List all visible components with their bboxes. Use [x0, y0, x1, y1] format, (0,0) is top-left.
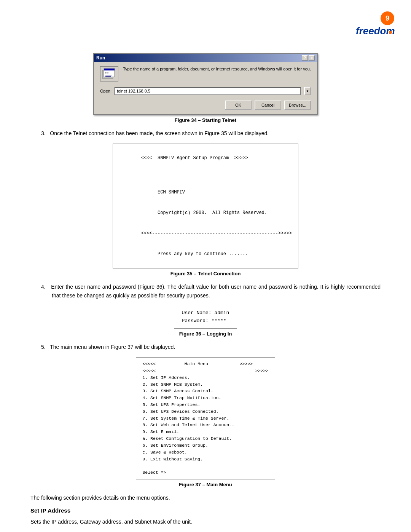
figure34-container: Run ? × File	[30, 53, 381, 123]
step4-text: 4. Enter the user name and password (Fig…	[41, 283, 381, 300]
close-button[interactable]: ×	[309, 55, 315, 61]
terminal-line-4: <<<<------------------------------------…	[141, 231, 292, 236]
svg-rect-10	[105, 76, 111, 77]
figure36-container: User Name: admin Password: ***** Figure …	[30, 306, 381, 337]
step3-content: Once the Telnet connection has been made…	[50, 130, 269, 136]
content: Run ? × File	[30, 53, 381, 532]
dialog-description: Type the name of a program, folder, docu…	[123, 66, 311, 72]
step3-text: 3. Once the Telnet connection has been m…	[41, 129, 381, 137]
dialog-body: File Type the name of a program, folder,…	[94, 62, 317, 114]
cancel-button[interactable]: Cancel	[255, 101, 281, 110]
dialog-open-row: Open: ▼	[100, 87, 311, 95]
run-program-icon: File	[102, 67, 117, 81]
following-section-text: The following section provides details o…	[30, 494, 381, 502]
svg-text:9: 9	[386, 14, 389, 22]
dropdown-arrow[interactable]: ▼	[304, 87, 311, 95]
dialog-titlebar: Run ? ×	[94, 54, 317, 62]
svg-rect-6	[104, 69, 115, 70]
figure37-container: <<<<< Main Menu >>>>> <<<<<-------------…	[30, 357, 381, 487]
svg-rect-8	[105, 74, 112, 74]
open-input[interactable]	[115, 87, 301, 95]
dialog-icon-row: File Type the name of a program, folder,…	[100, 66, 311, 81]
page-container: 9 freedom Run ? ×	[0, 0, 411, 532]
titlebar-buttons: ? ×	[302, 55, 315, 61]
step4-content: Enter the user name and password (Figure…	[51, 284, 381, 298]
menu-line-header: <<<<< Main Menu >>>>> <<<<<-------------…	[142, 361, 268, 475]
step5-number: 5.	[41, 344, 46, 350]
step4-number: 4.	[41, 284, 46, 290]
step3-number: 3.	[41, 130, 46, 136]
login-username-line: User Name: admin	[182, 310, 229, 316]
svg-rect-9	[105, 75, 112, 75]
figure34-caption: Figure 34 – Starting Telnet	[30, 117, 381, 123]
freedom9-logo: 9 freedom	[354, 11, 396, 44]
svg-text:File: File	[105, 72, 108, 74]
run-dialog: Run ? × File	[93, 53, 318, 115]
svg-point-3	[389, 31, 392, 34]
help-button[interactable]: ?	[302, 55, 308, 61]
figure36-caption: Figure 36 – Logging In	[30, 331, 381, 337]
terminal-line-3: Copyright(c) 2000. All Rights Reserved.	[141, 210, 267, 216]
ok-button[interactable]: OK	[225, 101, 252, 110]
step5-content: The main menu shown in Figure 37 will be…	[50, 344, 175, 350]
terminal-line-5: Press any key to continue .......	[141, 251, 248, 257]
login-password-line: Password: *****	[182, 318, 226, 324]
run-icon: File	[100, 66, 118, 81]
dialog-title: Run	[96, 55, 105, 61]
logo-area: 9 freedom	[354, 11, 396, 44]
logo-svg: 9 freedom	[354, 11, 396, 44]
figure35-container: <<<< SNMPIV Agent Setup Program >>>>> EC…	[30, 144, 381, 276]
open-label: Open:	[100, 89, 112, 93]
set-ip-heading: Set IP Address	[30, 507, 381, 514]
dialog-buttons: OK Cancel Browse...	[100, 101, 311, 110]
login-terminal: User Name: admin Password: *****	[174, 306, 237, 329]
step5-text: 5. The main menu shown in Figure 37 will…	[41, 343, 381, 351]
terminal-line-2: ECM SNMPIV	[141, 190, 185, 195]
terminal-line-1: <<<< SNMPIV Agent Setup Program >>>>>	[141, 155, 248, 161]
svg-text:freedom: freedom	[356, 25, 395, 37]
set-ip-text: Sets the IP address, Gateway address, an…	[30, 518, 381, 526]
figure37-caption: Figure 37 – Main Menu	[30, 482, 381, 487]
browse-button[interactable]: Browse...	[284, 101, 311, 110]
telnet-terminal: <<<< SNMPIV Agent Setup Program >>>>> EC…	[113, 144, 298, 268]
figure35-caption: Figure 35 – Telnet Connection	[30, 271, 381, 276]
main-menu-terminal: <<<<< Main Menu >>>>> <<<<<-------------…	[136, 357, 275, 479]
